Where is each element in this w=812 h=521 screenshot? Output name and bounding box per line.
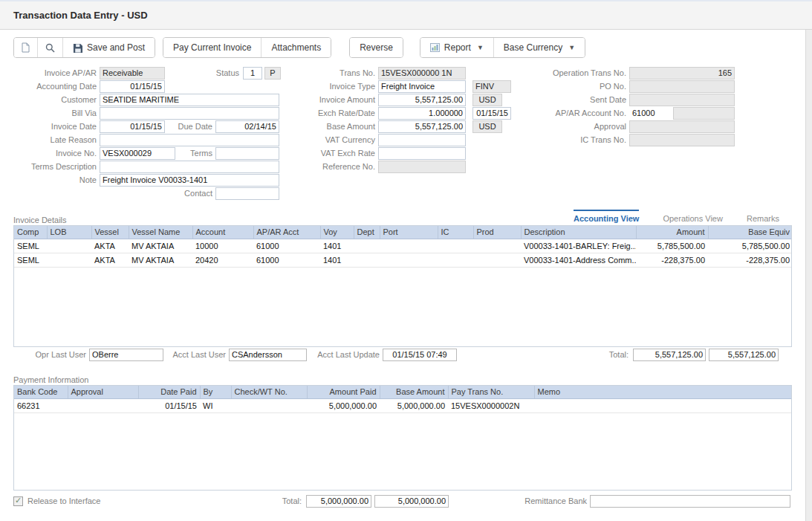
cell[interactable] — [534, 398, 792, 412]
apar-account-no-label: AP/AR Account No. — [522, 107, 626, 120]
vat-currency-field[interactable] — [378, 134, 466, 146]
search-button[interactable] — [38, 38, 63, 57]
cell[interactable] — [438, 253, 473, 267]
accounting-date-field[interactable]: 01/15/15 — [100, 80, 165, 93]
payment-grid: Bank Code Approval Date Paid By Check/WT… — [13, 385, 792, 491]
reference-no-label: Reference No. — [286, 161, 375, 173]
cell[interactable]: SEML — [14, 239, 47, 253]
cell[interactable]: WI — [200, 398, 231, 412]
save-and-post-button[interactable]: Save and Post — [63, 38, 155, 57]
invoice-date-field[interactable]: 01/15/15 — [100, 120, 165, 133]
cell[interactable]: 61000 — [253, 253, 320, 267]
cell[interactable]: SEML — [14, 253, 47, 267]
cell[interactable]: 66231 — [14, 398, 68, 412]
invoice-no-field[interactable]: VESX000029 — [100, 147, 175, 160]
cell[interactable] — [380, 253, 438, 267]
tab-accounting-view[interactable]: Accounting View — [574, 210, 639, 223]
bill-via-label: Bill Via — [13, 107, 97, 120]
cell[interactable] — [473, 239, 521, 253]
approval-label: Approval — [522, 120, 626, 133]
vertical-scrollbar[interactable] — [805, 30, 812, 521]
cell[interactable] — [231, 398, 307, 412]
cell[interactable]: -228,375.00 — [708, 253, 792, 267]
apar-account-no-field[interactable]: 61000 — [629, 107, 669, 120]
ic-trans-no-label: IC Trans No. — [522, 134, 626, 146]
cell[interactable]: 01/15/15 — [138, 398, 200, 412]
cell[interactable] — [354, 239, 380, 253]
cell[interactable]: 5,785,500.00 — [708, 239, 792, 253]
col-account: Account — [192, 226, 253, 239]
cell[interactable] — [473, 253, 521, 267]
payment-grid-row[interactable]: 66231 01/15/15 WI 5,000,000.00 5,000,000… — [14, 398, 792, 412]
pay-current-invoice-button[interactable]: Pay Current Invoice — [163, 38, 262, 57]
terms-field[interactable] — [215, 147, 279, 160]
cell[interactable] — [380, 239, 438, 253]
cell[interactable]: 15VESX0000002N — [448, 398, 534, 412]
late-reason-field[interactable] — [100, 134, 279, 146]
reference-no-field — [378, 161, 466, 173]
cell[interactable]: 1401 — [320, 253, 354, 267]
release-to-interface-checkbox[interactable] — [13, 496, 23, 506]
cell[interactable] — [47, 239, 91, 253]
cell[interactable] — [68, 398, 138, 412]
customer-field[interactable]: SEATIDE MARITIME — [100, 94, 279, 106]
cell[interactable] — [354, 253, 380, 267]
tab-operations-view[interactable]: Operations View — [663, 210, 723, 223]
contact-field[interactable] — [215, 187, 279, 200]
cell[interactable]: MV AKTAIA — [129, 253, 192, 267]
terms-description-field[interactable] — [100, 161, 279, 173]
base-currency-label: Base Currency — [504, 42, 562, 53]
exch-date-field[interactable]: 01/15/15 — [472, 107, 511, 120]
invoice-type-label: Invoice Type — [286, 80, 375, 93]
invoice-amount-field[interactable]: 5,557,125.00 — [378, 94, 466, 106]
payment-total-base-field: 5,000,000.00 — [374, 495, 449, 508]
col-prod: Prod — [473, 226, 521, 239]
invoice-grid-row[interactable]: SEML AKTA MV AKTAIA 10000 61000 1401 V00… — [14, 239, 792, 253]
cell[interactable]: V00033-1401-BARLEY: Freig... — [521, 239, 636, 253]
operation-trans-no-label: Operation Trans No. — [522, 67, 626, 80]
sent-date-field — [629, 94, 735, 106]
col-port: Port — [380, 226, 438, 239]
new-document-button[interactable] — [14, 38, 38, 57]
toolbar-group-invoice: Pay Current Invoice Attachments — [163, 37, 331, 58]
cell[interactable] — [438, 239, 473, 253]
tab-remarks[interactable]: Remarks — [747, 210, 779, 223]
cell[interactable]: AKTA — [91, 253, 129, 267]
cell[interactable]: 1401 — [320, 239, 354, 253]
invoice-type-field[interactable]: Freight Invoice — [378, 80, 466, 93]
cell[interactable]: 5,000,000.00 — [380, 398, 448, 412]
note-field[interactable]: Freight Invoice V00033-1401 — [100, 174, 279, 187]
cell[interactable]: 5,785,500.00 — [636, 239, 708, 253]
accounting-date-label: Accounting Date — [13, 80, 97, 93]
save-icon — [73, 43, 82, 53]
remittance-bank-field[interactable] — [590, 495, 790, 508]
status-code-field[interactable]: 1 — [243, 67, 262, 80]
late-reason-label: Late Reason — [13, 134, 97, 146]
cell[interactable]: -228,375.00 — [636, 253, 708, 267]
vat-exch-rate-field[interactable] — [378, 147, 466, 160]
cell[interactable] — [47, 253, 91, 267]
report-dropdown-button[interactable]: Report ▼ — [420, 38, 494, 57]
base-currency-dropdown-button[interactable]: Base Currency ▼ — [494, 38, 585, 57]
note-label: Note — [13, 174, 97, 187]
invoice-grid-row[interactable]: SEML AKTA MV AKTAIA 20420 61000 1401 V00… — [14, 253, 792, 267]
attachments-button[interactable]: Attachments — [262, 38, 331, 57]
due-date-field[interactable]: 02/14/15 — [215, 120, 279, 133]
cell[interactable]: 61000 — [253, 239, 320, 253]
cell[interactable]: AKTA — [91, 239, 129, 253]
invoice-apar-field: Receivable — [100, 67, 165, 80]
invoice-total-label: Total: — [594, 349, 629, 361]
opr-last-user-label: Opr Last User — [21, 349, 86, 361]
col-dept: Dept — [354, 226, 380, 239]
bill-via-field[interactable] — [100, 107, 279, 120]
cell[interactable]: V00033-1401-Address Comm... — [521, 253, 636, 267]
base-amount-currency-field: USD — [472, 120, 502, 133]
cell[interactable]: 10000 — [192, 239, 253, 253]
col-base-equiv: Base Equiv — [708, 226, 792, 239]
cell[interactable]: 20420 — [192, 253, 253, 267]
exch-rate-field[interactable]: 1.000000 — [378, 107, 466, 120]
reverse-button[interactable]: Reverse — [350, 38, 403, 57]
cell[interactable]: MV AKTAIA — [129, 239, 192, 253]
acct-last-update-field: 01/15/15 07:49 — [383, 349, 457, 361]
cell[interactable]: 5,000,000.00 — [307, 398, 380, 412]
